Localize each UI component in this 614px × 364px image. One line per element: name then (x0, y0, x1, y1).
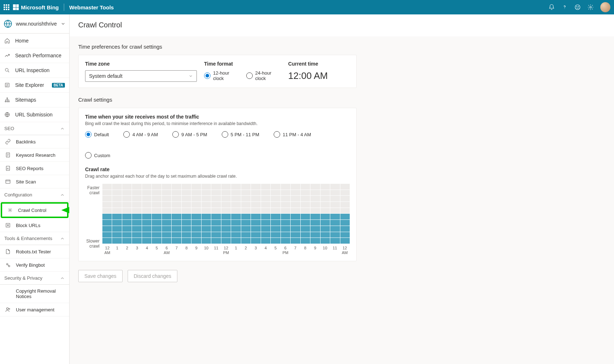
chart-cell[interactable] (102, 208, 112, 214)
chart-cell[interactable] (321, 196, 330, 201)
radio-12-hour[interactable]: 12-hour clock (204, 70, 239, 81)
chart-cell[interactable] (202, 196, 211, 201)
chart-cell[interactable] (191, 190, 201, 196)
chart-cell[interactable] (152, 196, 161, 201)
chart-cell[interactable] (211, 196, 221, 201)
chart-cell[interactable] (112, 232, 122, 238)
chart-cell[interactable] (231, 208, 240, 214)
chart-cell[interactable] (271, 196, 280, 201)
settings-icon[interactable] (587, 4, 594, 10)
chart-cell[interactable] (301, 184, 310, 190)
chart-cell[interactable] (152, 202, 161, 208)
chart-cell[interactable] (191, 184, 201, 190)
crawl-grid[interactable] (102, 184, 350, 244)
radio-5pm-11pm[interactable]: 5 PM - 11 PM (222, 131, 259, 138)
chart-cell[interactable] (102, 238, 112, 244)
chart-cell[interactable] (330, 220, 340, 226)
chart-cell[interactable] (340, 202, 350, 208)
chart-cell[interactable] (162, 226, 171, 232)
chart-cell[interactable] (301, 214, 310, 219)
chart-cell[interactable] (132, 190, 141, 196)
chart-cell[interactable] (122, 226, 132, 232)
chart-cell[interactable] (182, 190, 191, 196)
chart-cell[interactable] (182, 184, 191, 190)
app-launcher-icon[interactable] (4, 4, 9, 10)
chart-cell[interactable] (301, 232, 310, 238)
chart-cell[interactable] (291, 220, 300, 226)
chart-cell[interactable] (122, 238, 132, 244)
chart-cell[interactable] (271, 226, 280, 232)
chart-cell[interactable] (340, 232, 350, 238)
chart-cell[interactable] (102, 220, 112, 226)
chart-cell[interactable] (191, 208, 201, 214)
chart-cell[interactable] (122, 232, 132, 238)
chart-cell[interactable] (251, 184, 260, 190)
chart-cell[interactable] (251, 208, 260, 214)
chart-cell[interactable] (301, 208, 310, 214)
chart-cell[interactable] (310, 214, 320, 219)
chart-cell[interactable] (112, 184, 122, 190)
chart-cell[interactable] (291, 190, 300, 196)
chart-cell[interactable] (202, 190, 211, 196)
chart-cell[interactable] (132, 214, 141, 219)
chart-cell[interactable] (310, 208, 320, 214)
chart-cell[interactable] (182, 220, 191, 226)
chart-cell[interactable] (221, 232, 231, 238)
chart-cell[interactable] (172, 196, 181, 201)
chart-cell[interactable] (102, 202, 112, 208)
chart-cell[interactable] (211, 184, 221, 190)
nav-section-configuration[interactable]: Configuration (0, 188, 69, 201)
nav-keyword-research[interactable]: Keyword Research (0, 148, 69, 162)
chart-cell[interactable] (211, 214, 221, 219)
chart-cell[interactable] (221, 238, 231, 244)
chart-cell[interactable] (241, 190, 251, 196)
nav-section-security[interactable]: Security & Privacy (0, 272, 69, 285)
chart-cell[interactable] (221, 202, 231, 208)
radio-11pm-4am[interactable]: 11 PM - 4 AM (274, 131, 311, 138)
chart-cell[interactable] (211, 202, 221, 208)
chart-cell[interactable] (321, 184, 330, 190)
chart-cell[interactable] (330, 214, 340, 219)
chart-cell[interactable] (241, 196, 251, 201)
chart-cell[interactable] (340, 208, 350, 214)
user-avatar[interactable] (600, 2, 610, 12)
nav-sitemaps[interactable]: Sitemaps (0, 93, 69, 107)
chart-cell[interactable] (202, 232, 211, 238)
chart-cell[interactable] (301, 196, 310, 201)
chart-cell[interactable] (162, 238, 171, 244)
chart-cell[interactable] (291, 208, 300, 214)
chart-cell[interactable] (281, 214, 290, 219)
chart-cell[interactable] (102, 190, 112, 196)
chart-cell[interactable] (221, 214, 231, 219)
chart-cell[interactable] (152, 214, 161, 219)
chart-cell[interactable] (162, 196, 171, 201)
radio-custom[interactable]: Custom (85, 152, 110, 159)
chart-cell[interactable] (152, 190, 161, 196)
chart-cell[interactable] (281, 196, 290, 201)
chart-cell[interactable] (211, 238, 221, 244)
chart-cell[interactable] (202, 214, 211, 219)
chart-cell[interactable] (122, 214, 132, 219)
discard-button[interactable]: Discard changes (128, 270, 177, 282)
chart-cell[interactable] (291, 226, 300, 232)
chart-cell[interactable] (162, 232, 171, 238)
chart-cell[interactable] (162, 184, 171, 190)
chart-cell[interactable] (321, 208, 330, 214)
chart-cell[interactable] (112, 208, 122, 214)
chart-cell[interactable] (321, 220, 330, 226)
chart-cell[interactable] (191, 238, 201, 244)
chart-cell[interactable] (271, 220, 280, 226)
chart-cell[interactable] (231, 214, 240, 219)
chart-cell[interactable] (152, 238, 161, 244)
radio-default[interactable]: Default (85, 131, 109, 138)
chart-cell[interactable] (340, 226, 350, 232)
chart-cell[interactable] (221, 208, 231, 214)
chart-cell[interactable] (112, 238, 122, 244)
chart-cell[interactable] (321, 214, 330, 219)
chart-cell[interactable] (152, 226, 161, 232)
chart-cell[interactable] (152, 232, 161, 238)
chart-cell[interactable] (241, 232, 251, 238)
chart-cell[interactable] (172, 214, 181, 219)
chart-cell[interactable] (221, 184, 231, 190)
chart-cell[interactable] (182, 232, 191, 238)
